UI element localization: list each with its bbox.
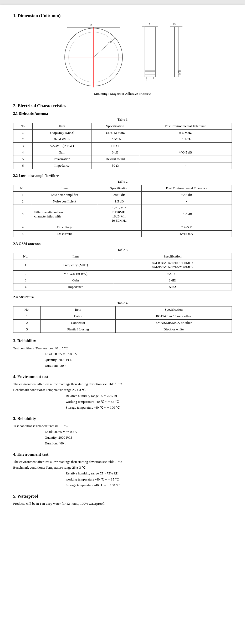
mounting-label: Mounting : Magnet or Adhesive or Screw	[13, 92, 232, 96]
table-cell: 4	[13, 224, 32, 231]
col-item: Item	[38, 253, 113, 260]
table-cell: -	[139, 143, 232, 149]
environment1-section: 4. Environment test The environment afte…	[13, 374, 232, 410]
table-cell: 5~15 mA	[141, 231, 232, 237]
table-cell: 1	[13, 260, 38, 271]
reliability2-title: 3. Reliability	[13, 416, 232, 421]
table-cell: Polarization	[33, 156, 91, 162]
table-row: 1Frequency (MHz)824-894MHz/1710-1990MHz8…	[13, 260, 232, 271]
reliability1-line3: Quantity: 2000 PCS	[13, 357, 232, 363]
env2-line4: working temperature -40 ℃ ~ + 85 ℃	[13, 477, 232, 482]
env1-line4: working temperature -40 ℃ ~ + 85 ℃	[13, 399, 232, 405]
table2-header: No. Item Specification Post Environmenta…	[13, 185, 232, 192]
table-row: 2V.S.W.R (in BW)≤2.0 : 1	[13, 271, 232, 277]
table-cell: Black or white	[115, 326, 232, 333]
antenna-connector-diagram: 15	[170, 22, 186, 90]
svg-rect-11	[147, 77, 154, 79]
dimension-section: 1. Dimension (Unit: mm) ø90 17	[13, 13, 232, 96]
reliability2-line3: Quantity: 2000 PCS	[13, 435, 232, 440]
table-cell: V.S.W.R (in BW)	[33, 143, 91, 149]
table-cell: Filter the attenuationcharacteristics wi…	[32, 205, 97, 224]
table3-label: Table 3	[13, 248, 232, 252]
table-cell: Dc current	[32, 231, 97, 237]
table-cell: 2	[13, 320, 41, 326]
environment2-title: 4. Environment test	[13, 452, 232, 457]
table-cell: 12dB Minf0+50MHz16dB Minf0-50MHz	[97, 205, 141, 224]
reliability2-line2: Load: DC=5 V +/-0.5 V	[13, 429, 232, 435]
table-row: 1CableRG174 3 m / 5 m or other	[13, 313, 232, 320]
table-cell: 3	[13, 326, 41, 333]
col-spec: Specification	[97, 185, 141, 192]
table-cell: 1	[13, 130, 33, 136]
table-row: 4Dc voltage2.2~5 V	[13, 224, 232, 231]
dimension-title: 1. Dimension (Unit: mm)	[13, 13, 232, 18]
table3: No. Item Specification 1Frequency (MHz)8…	[13, 253, 232, 290]
table-cell: ± 5 MHz	[91, 136, 139, 143]
table1: No. Item Specification Post Environmenta…	[13, 123, 232, 169]
table-cell: Low noise amplifier	[32, 192, 97, 198]
reliability1-text: Test conditions: Temperature: 40 ± 5 ℃ L…	[13, 345, 232, 369]
svg-rect-10	[145, 27, 155, 77]
sub21-section: 2.1 Dielectric Antenna Table 1 No. Item …	[13, 112, 232, 169]
table4-body: 1CableRG174 3 m / 5 m or other2Connector…	[13, 313, 232, 333]
table3-header: No. Item Specification	[13, 253, 232, 260]
table1-body: 1Frequency (MHz)1575.42 MHz± 3 MHz2Band …	[13, 130, 232, 169]
table-row: 3Plastic HousingBlack or white	[13, 326, 232, 333]
env2-line1: The environment after test allow reading…	[13, 460, 122, 464]
env2-line2: Benchmark conditions: Temperature range …	[13, 465, 86, 469]
diagram-container: ø90 17 15	[13, 22, 232, 90]
table-row: 6Impedance50 Ω-	[13, 162, 232, 169]
table-cell: Gain	[33, 149, 91, 156]
svg-text:15: 15	[173, 23, 176, 26]
page: 1. Dimension (Unit: mm) ø90 17	[0, 5, 245, 644]
col-tolerance: Post Environmental Tolerance	[141, 185, 232, 192]
sub22-title: 2.2 Low noise amplifier/filter	[13, 174, 232, 178]
environment1-title: 4. Environment test	[13, 374, 232, 379]
table4-label: Table 4	[13, 301, 232, 305]
table-row: 1Low noise amplifier28±2 dB±2.5 dB	[13, 192, 232, 198]
table-cell: Impedance	[38, 284, 113, 290]
table-cell: Band Width	[33, 136, 91, 143]
reliability1-line4: Duration: 480 h	[13, 363, 232, 369]
table3-body: 1Frequency (MHz)824-894MHz/1710-1990MHz8…	[13, 260, 232, 290]
table-cell: ≤2.0 : 1	[113, 271, 232, 277]
electrical-section: 2. Electrical Characteristics 2.1 Dielec…	[13, 103, 232, 333]
table-cell: Connector	[41, 320, 116, 326]
col-spec: Specification	[113, 253, 232, 260]
waterproof-line1: Products will be in 1 m deep water for 1…	[13, 502, 105, 506]
table-cell: Plastic Housing	[41, 326, 116, 333]
table-cell: 1	[13, 313, 41, 320]
table-cell: RG174 3 m / 5 m or other	[115, 313, 232, 320]
table-cell: 2.2~5 V	[141, 224, 232, 231]
table-cell: Frequency (MHz)	[38, 260, 113, 271]
sub24-title: 2.4 Structure	[13, 295, 232, 299]
table-cell: 1.5 : 1	[91, 143, 139, 149]
table-row: 5Dc current5~15 mA	[13, 231, 232, 237]
table-cell: 3	[13, 277, 38, 284]
col-no: No.	[13, 306, 41, 313]
col-no: No.	[13, 123, 33, 130]
col-tolerance: Post Environmental Tolerance	[139, 123, 232, 130]
table-cell: 824-894MHz/1710-1990MHz824-960MHz/1710-2…	[113, 260, 232, 271]
table2-label: Table 2	[13, 180, 232, 184]
svg-text:17: 17	[90, 24, 92, 27]
table-row: 3Gain2 dBi	[13, 277, 232, 284]
table-cell: 1	[13, 192, 32, 198]
table-cell: Impedance	[33, 162, 91, 169]
svg-text:15: 15	[147, 23, 150, 26]
env2-line3: Relative humidity range 55 ~ 75% RH	[13, 470, 232, 476]
svg-line-4	[94, 37, 116, 57]
reliability1-title: 3. Reliability	[13, 339, 232, 343]
waterproof-section: 5. Waterproof Products will be in 1 m de…	[13, 494, 232, 507]
sub22-section: 2.2 Low noise amplifier/filter Table 2 N…	[13, 174, 232, 237]
table-cell: Gain	[38, 277, 113, 284]
table-row: 4Gain3 dB+/-0.5 dB	[13, 149, 232, 156]
table4-header: No. Item Specification	[13, 306, 232, 313]
sub23-title: 2.3 GSM antenna	[13, 242, 232, 246]
table-cell: 4	[13, 284, 38, 290]
env1-line3: Relative humidity range 55 ~ 75% RH	[13, 393, 232, 399]
table-cell: 5	[13, 156, 33, 162]
table-cell: 2	[13, 198, 32, 205]
environment2-text: The environment after test allow reading…	[13, 459, 232, 488]
table-cell: SMA/SMB/MCX or other	[115, 320, 232, 326]
